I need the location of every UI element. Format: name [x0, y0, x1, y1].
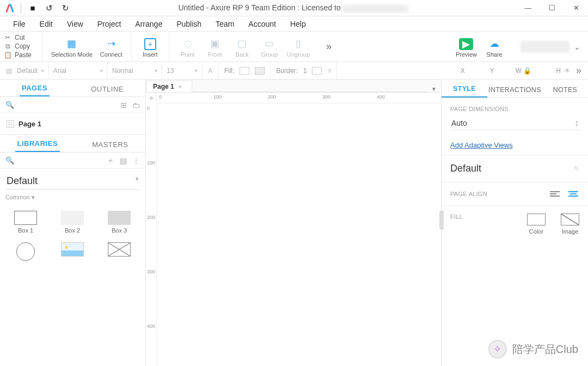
default-style-name: Default [450, 163, 481, 174]
library-category[interactable]: Common ▾ [0, 192, 145, 203]
panel-resize-handle[interactable] [439, 210, 444, 230]
ruler-origin-icon[interactable]: ⊕ [146, 93, 157, 103]
ruler-horizontal[interactable]: ⊕ 0 100 200 300 400 [157, 93, 441, 103]
pages-search[interactable]: 🔍 [5, 101, 115, 109]
canvas-stage[interactable] [157, 103, 441, 366]
connect-button[interactable]: ⇢ Connect [97, 36, 126, 59]
menu-view[interactable]: View [62, 17, 89, 30]
border-swatch[interactable] [312, 67, 322, 75]
cloud-icon: ☁ [488, 37, 501, 50]
stylebar-overflow-button[interactable]: » [574, 65, 584, 76]
menu-edit[interactable]: Edit [34, 17, 58, 30]
paste-button[interactable]: 📋Paste [2, 51, 40, 59]
menu-team[interactable]: Team [210, 17, 240, 30]
widget-box3[interactable]: Box 3 [97, 208, 142, 237]
style-preset-select[interactable]: ▤Default▾ [0, 62, 49, 79]
edit-style-icon[interactable]: ✎ [573, 164, 579, 173]
preview-button[interactable]: ▶ Preview [452, 37, 480, 59]
close-tab-button[interactable]: × [179, 83, 182, 90]
canvas-tab[interactable]: Page 1× [146, 81, 192, 92]
front-button[interactable]: ▣Front [202, 36, 228, 59]
page-dimensions-select[interactable]: Auto ▴▾ [450, 117, 579, 130]
selection-mode-button[interactable]: ▦ Selection Mode [48, 36, 96, 59]
group-button[interactable]: ▭Group [256, 36, 283, 59]
library-select[interactable]: Default▾ [5, 173, 140, 190]
add-page-button[interactable]: ⊞ [120, 101, 127, 109]
play-icon: ▶ [459, 38, 473, 50]
menu-arrange[interactable]: Arrange [130, 17, 168, 30]
fill-opacity-swatch[interactable] [255, 67, 265, 75]
page-item-label: Page 1 [19, 120, 41, 128]
watermark: ✧ 陪学产品Club [488, 340, 578, 358]
fill-section-label: FILL [450, 213, 512, 220]
ungroup-button[interactable]: ▯Ungroup [284, 36, 313, 59]
font-weight-select[interactable]: Normal▾ [108, 62, 162, 79]
maximize-button[interactable]: ☐ [540, 0, 564, 16]
canvas-tab-dropdown[interactable]: ▼ [427, 86, 441, 92]
visibility-icon[interactable]: 👁 [564, 67, 571, 75]
lock-icon[interactable]: 🔒 [523, 67, 531, 75]
back-icon: ▢ [236, 37, 249, 50]
notes-tab[interactable]: NOTES [542, 82, 588, 97]
library-stack-button[interactable]: ▤ [120, 156, 127, 165]
point-button[interactable]: ◌Point [175, 36, 201, 59]
widget-placeholder[interactable] [97, 239, 142, 264]
border-style-icon[interactable]: ≡ [327, 67, 331, 75]
menu-publish[interactable]: Publish [171, 17, 207, 30]
font-size-select[interactable]: 13▾ [162, 62, 203, 79]
undo-icon[interactable]: ↺ [44, 3, 54, 13]
add-folder-button[interactable]: 🗀 [132, 101, 140, 109]
fill-image-button[interactable]: Image [561, 213, 579, 235]
save-icon[interactable]: ■ [28, 3, 38, 13]
add-library-button[interactable]: ＋ [107, 156, 114, 166]
border-width-input[interactable]: 1 [303, 67, 307, 75]
w-input[interactable]: W🔒 [498, 66, 531, 75]
left-panel: PAGES OUTLINE 🔍 ⊞ 🗀 Page 1 LIBRARIES MAS… [0, 80, 146, 366]
masters-tab[interactable]: MASTERS [90, 137, 130, 152]
align-left-button[interactable] [549, 190, 561, 198]
widget-box1[interactable]: Box 1 [3, 208, 48, 237]
share-button[interactable]: ☁ Share [481, 36, 507, 59]
libraries-tab[interactable]: LIBRARIES [15, 136, 60, 152]
ruler-vertical[interactable]: 0 100 200 300 400 [146, 103, 157, 366]
page-tree-item[interactable]: Page 1 [5, 118, 140, 130]
page-icon [7, 120, 14, 128]
menu-project[interactable]: Project [92, 17, 127, 30]
connect-icon: ⇢ [105, 37, 118, 50]
menu-help[interactable]: Help [285, 17, 311, 30]
widget-image[interactable] [50, 239, 95, 264]
x-input[interactable]: X [439, 66, 465, 75]
font-color-button[interactable]: A [203, 62, 219, 79]
insert-button[interactable]: + Insert [137, 37, 163, 59]
add-adaptive-views-link[interactable]: Add Adaptive Views [442, 136, 588, 155]
menu-account[interactable]: Account [243, 17, 281, 30]
ungroup-icon: ▯ [292, 37, 305, 50]
toolbar: ✂Cut ⧉Copy 📋Paste ▦ Selection Mode ⇢ Con… [0, 32, 588, 62]
wechat-icon: ✧ [488, 340, 507, 358]
library-menu-button[interactable]: ⋮ [132, 156, 140, 165]
copy-button[interactable]: ⧉Copy [2, 42, 40, 51]
text-color-icon: A [208, 67, 213, 75]
font-select[interactable]: Arial▾ [49, 62, 108, 79]
cut-button[interactable]: ✂Cut [2, 33, 40, 42]
toolbar-overflow-button[interactable]: » [318, 32, 339, 62]
menu-file[interactable]: File [8, 17, 31, 30]
account-menu[interactable]: ⌄ [513, 32, 588, 62]
widget-box2[interactable]: Box 2 [50, 208, 95, 237]
back-button[interactable]: ▢Back [229, 36, 255, 59]
outline-tab[interactable]: OUTLINE [89, 82, 126, 96]
fill-swatch[interactable] [240, 67, 249, 75]
redo-icon[interactable]: ↻ [60, 3, 70, 13]
interactions-tab[interactable]: INTERACTIONS [487, 82, 542, 97]
libraries-search[interactable]: 🔍 [5, 156, 101, 164]
style-tab[interactable]: STYLE [442, 81, 487, 97]
app-logo [5, 4, 14, 13]
close-button[interactable]: ✕ [564, 0, 588, 16]
align-center-button[interactable] [567, 190, 579, 198]
pages-tab[interactable]: PAGES [20, 81, 50, 96]
y-input[interactable]: Y [468, 66, 494, 75]
widget-ellipse[interactable] [3, 239, 48, 264]
fill-color-button[interactable]: Color [527, 213, 546, 235]
h-input[interactable]: H [535, 66, 561, 75]
minimize-button[interactable]: — [516, 0, 540, 16]
